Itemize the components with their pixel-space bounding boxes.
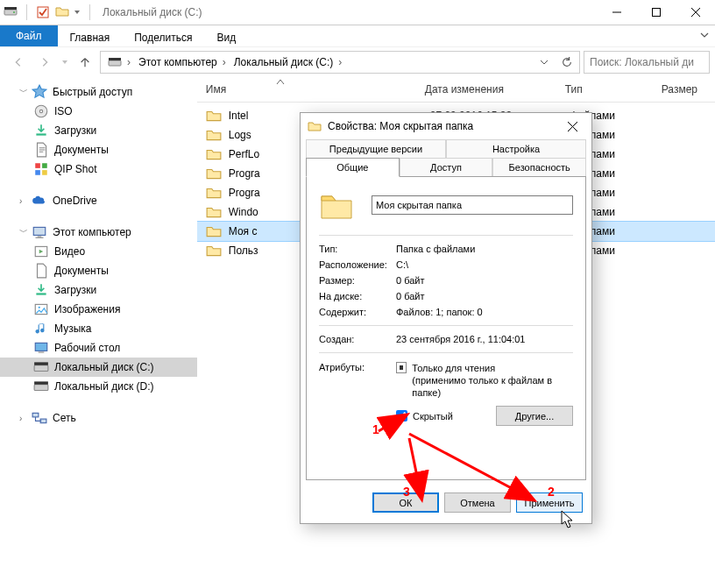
maximize-button[interactable] [636,0,676,25]
nav-label: Загрузки [54,124,96,137]
apply-button[interactable]: Применить [516,492,583,513]
prop-label: Атрибуты: [319,362,396,426]
nav-label: OneDrive [53,195,97,207]
nav-network[interactable]: › Сеть [0,408,197,428]
nav-downloads-pc[interactable]: Загрузки [0,280,197,300]
document-icon [33,142,49,158]
svg-rect-13 [35,163,40,168]
big-folder-icon [319,188,354,223]
nav-videos[interactable]: Видео [0,242,197,261]
download-icon [33,282,49,298]
nav-local-disk-c[interactable]: Локальный диск (С:) [0,358,197,377]
nav-label: Документы [54,144,109,156]
properties-dialog: Свойства: Моя скрытая папка Предыдущие в… [300,112,592,524]
nav-label: Загрузки [54,284,96,296]
dialog-title-bar[interactable]: Свойства: Моя скрытая папка [301,113,591,139]
svg-point-11 [39,110,42,112]
prop-value: Файлов: 1; папок: 0 [396,307,483,317]
tab-previous-versions[interactable]: Предыдущие версии [306,139,446,158]
svg-rect-12 [36,133,46,135]
nav-documents-pc[interactable]: Документы [0,261,197,280]
nav-up-button[interactable] [72,49,98,75]
breadcrumb-drive-icon[interactable] [103,52,133,73]
svg-rect-21 [36,293,46,294]
address-bar: Этот компьютер Локальный диск (С:) Поиск… [0,46,715,77]
nav-downloads[interactable]: Загрузки [0,121,197,140]
desktop-icon [33,340,49,356]
svg-rect-18 [38,237,42,237]
svg-rect-9 [109,58,121,60]
prop-value: 23 сентября 2016 г., 11:04:01 [396,334,525,344]
breadcrumb-label: Этот компьютер [138,56,217,68]
breadcrumb-this-pc[interactable]: Этот компьютер [133,52,229,73]
ribbon-expand-button[interactable] [699,30,710,43]
folder-icon [206,127,222,143]
nav-label: QIP Shot [54,163,96,175]
svg-rect-29 [34,381,48,384]
nav-iso[interactable]: ISO [0,102,197,121]
nav-label: Этот компьютер [53,226,131,238]
nav-this-pc[interactable]: ﹀ Этот компьютер [0,223,197,242]
col-size[interactable]: Размер [662,83,715,96]
cancel-button[interactable]: Отмена [444,492,511,513]
prop-label: На диске: [319,291,396,301]
ribbon-tabs: Файл Главная Поделиться Вид [0,25,715,46]
tab-customize[interactable]: Настройка [446,139,586,158]
download-icon [33,123,49,138]
nav-music[interactable]: Музыка [0,319,197,338]
other-attributes-button[interactable]: Другие... [496,406,573,426]
nav-local-disk-d[interactable]: Локальный диск (D:) [0,377,197,396]
dialog-title: Свойства: Моя скрытая папка [328,120,556,132]
ribbon-tab-home[interactable]: Главная [58,25,123,46]
hidden-checkbox[interactable]: Скрытый [396,410,453,422]
qat-customize-dropdown[interactable] [74,11,81,14]
nav-label: Музыка [54,322,91,335]
tab-security[interactable]: Безопасность [492,158,586,177]
tab-general[interactable]: Общие [306,158,400,177]
folder-icon [206,146,222,162]
nav-pictures[interactable]: Изображения [0,300,197,319]
nav-recent-dropdown[interactable] [58,49,72,75]
tab-sharing[interactable]: Доступ [400,158,493,177]
nav-label: ISO [54,105,73,117]
addr-refresh-button[interactable] [556,53,577,72]
svg-rect-1 [4,7,17,10]
col-type[interactable]: Тип [565,83,662,96]
breadcrumb-drive[interactable]: Локальный диск (С:) [229,52,345,73]
search-input[interactable]: Поиск: Локальный ди [584,51,710,74]
prop-label: Создан: [319,334,396,344]
close-button[interactable] [676,0,715,25]
minimize-button[interactable] [597,0,636,25]
nav-qipshot[interactable]: QIP Shot [0,159,197,179]
svg-rect-26 [34,365,48,372]
nav-back-button[interactable] [5,49,32,75]
folder-icon [206,166,222,181]
ribbon-file-tab[interactable]: Файл [0,25,58,46]
breadcrumb-bar[interactable]: Этот компьютер Локальный диск (С:) [100,51,580,74]
folder-icon [206,108,222,124]
prop-label: Тип: [319,244,396,254]
ok-button[interactable]: ОК [372,492,439,513]
svg-rect-24 [35,343,47,351]
ribbon-tab-view[interactable]: Вид [204,25,248,46]
dialog-close-button[interactable] [556,114,588,138]
ribbon-tab-share[interactable]: Поделиться [122,25,204,46]
svg-point-23 [39,307,40,308]
nav-onedrive[interactable]: › OneDrive [0,191,197,210]
col-date[interactable]: Дата изменения [425,83,565,96]
nav-quick-access[interactable]: ﹀ Быстрый доступ [0,82,197,102]
window-title: Локальный диск (С:) [103,6,202,18]
col-name[interactable]: Имя [206,83,425,96]
svg-rect-30 [32,413,39,417]
nav-forward-button[interactable] [32,49,58,75]
addr-dropdown-button[interactable] [534,53,555,72]
prop-label: Расположение: [319,259,396,270]
nav-desktop[interactable]: Рабочий стол [0,338,197,358]
qat-properties-checkbox[interactable] [36,5,50,19]
document-icon [33,263,49,279]
drive-icon [33,379,49,394]
readonly-checkbox[interactable]: Только для чтения (применимо только к фа… [396,362,573,399]
columns-header[interactable]: Имя Дата изменения Тип Размер [197,77,715,103]
nav-documents[interactable]: Документы [0,140,197,159]
folder-name-input[interactable] [372,195,573,215]
